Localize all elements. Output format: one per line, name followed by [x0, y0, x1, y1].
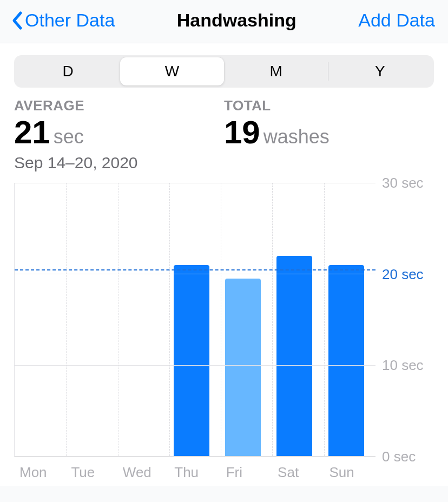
chart-vgrid: [324, 183, 325, 456]
y-tick-label: 10 sec: [382, 357, 424, 374]
back-label: Other Data: [25, 10, 115, 31]
bar-slot: [272, 183, 324, 456]
page-title: Handwashing: [177, 10, 297, 31]
chart-average-line: [15, 269, 375, 270]
add-data-button[interactable]: Add Data: [358, 10, 435, 31]
chart-gridline: [15, 183, 375, 183]
segment-w[interactable]: W: [120, 57, 223, 85]
stat-average: AVERAGE 21 sec Sep 14–20, 2020: [14, 97, 224, 172]
chart-bar[interactable]: [328, 265, 364, 457]
chart-bar[interactable]: [225, 279, 261, 456]
segment-m[interactable]: M: [225, 57, 328, 85]
summary-stats: AVERAGE 21 sec Sep 14–20, 2020 TOTAL 19 …: [14, 97, 434, 172]
chart-gridline: [15, 274, 375, 274]
chevron-left-icon: [11, 11, 23, 30]
chart-vgrid: [118, 183, 118, 456]
chart-bars: [15, 183, 375, 456]
segment-y[interactable]: Y: [328, 57, 432, 85]
nav-bar: Other Data Handwashing Add Data: [0, 0, 448, 43]
stat-total-unit: washes: [263, 126, 330, 148]
x-tick-label: Sat: [272, 461, 324, 486]
bar-slot: [15, 183, 66, 456]
segment-d[interactable]: D: [16, 57, 120, 85]
bar-slot: [169, 183, 221, 456]
time-range-segmented-control[interactable]: DWMY: [14, 55, 434, 88]
stat-average-value: 21: [14, 115, 50, 149]
stat-average-unit: sec: [54, 126, 84, 148]
x-tick-label: Wed: [117, 461, 169, 486]
x-tick-label: Tue: [65, 461, 117, 486]
x-tick-label: Thu: [169, 461, 220, 486]
x-tick-label: Sun: [324, 461, 375, 486]
chart-gridline: [15, 365, 375, 366]
bar-slot: [118, 183, 169, 456]
chart-bar[interactable]: [174, 265, 209, 457]
y-tick-label: 0 sec: [382, 448, 416, 465]
chart-vgrid: [169, 183, 170, 456]
chart-plot-area: [14, 183, 375, 457]
back-button[interactable]: Other Data: [11, 10, 115, 31]
x-tick-label: Fri: [221, 461, 272, 486]
date-range: Sep 14–20, 2020: [14, 154, 224, 172]
bar-slot: [221, 183, 272, 456]
chart-vgrid: [272, 183, 273, 456]
x-tick-label: Mon: [14, 461, 65, 486]
chart-x-axis: MonTueWedThuFriSatSun: [14, 461, 375, 486]
chart-vgrid: [221, 183, 221, 456]
stat-total-value: 19: [224, 115, 260, 149]
chart-y-axis: 0 sec10 sec20 sec30 sec: [378, 183, 434, 457]
y-tick-label: 20 sec: [382, 266, 424, 282]
y-tick-label: 30 sec: [382, 175, 424, 191]
content-area: DWMY AVERAGE 21 sec Sep 14–20, 2020 TOTA…: [0, 43, 448, 486]
stat-average-label: AVERAGE: [14, 97, 224, 114]
stat-total: TOTAL 19 washes: [224, 97, 434, 172]
chart-vgrid: [66, 183, 67, 456]
bar-slot: [66, 183, 117, 456]
bar-chart: 0 sec10 sec20 sec30 sec MonTueWedThuFriS…: [14, 183, 434, 486]
chart-bar[interactable]: [276, 256, 312, 456]
stat-total-label: TOTAL: [224, 97, 434, 114]
bar-slot: [324, 183, 375, 456]
